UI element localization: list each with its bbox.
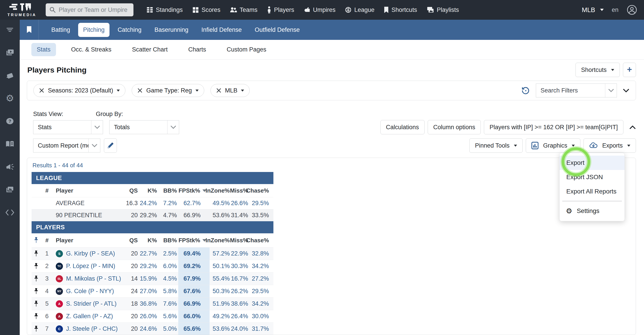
player-link[interactable]: Z. Gallen (P - AZ) — [66, 313, 113, 320]
edit-report-button[interactable] — [104, 138, 117, 153]
stat-inzone-pct[interactable]: 50.1% — [210, 260, 231, 272]
stat-miss-pct[interactable]: 26.2% — [231, 285, 250, 298]
stats-view-select[interactable]: Stats — [33, 120, 103, 134]
stat-chase-pct[interactable]: 34.2% — [250, 298, 270, 310]
stat-fpstk-pct[interactable]: 66.9% — [178, 298, 210, 310]
stat-k-pct[interactable]: 24.2% — [139, 197, 158, 209]
col-player[interactable]: Player — [52, 184, 126, 197]
stat-k-pct[interactable]: 24.6% — [139, 323, 158, 335]
calculations-button[interactable]: Calculations — [380, 120, 424, 134]
nav-scores[interactable]: Scores — [192, 6, 220, 14]
stat-fpstk-pct[interactable]: 67.9% — [178, 272, 210, 285]
tab-outfield-defense[interactable]: Outfield Defense — [250, 23, 304, 37]
remove-filter-icon[interactable] — [216, 88, 222, 93]
bookmark-page-icon[interactable] — [26, 26, 32, 33]
stat-bb-pct[interactable]: 2.5% — [158, 248, 178, 260]
help-icon[interactable]: ? — [5, 116, 14, 126]
collapse-controls-icon[interactable] — [629, 125, 636, 129]
stat-miss-pct[interactable]: 26.4% — [231, 310, 250, 322]
subtab-stats[interactable]: Stats — [31, 43, 56, 56]
pin-player-button[interactable] — [32, 298, 40, 310]
remove-filter-icon[interactable] — [39, 88, 44, 93]
stat-inzone-pct[interactable]: 51.9% — [210, 298, 231, 310]
subtab-charts[interactable]: Charts — [183, 43, 212, 56]
col-bb-pct[interactable]: BB% — [158, 184, 178, 197]
add-shortcut-button[interactable]: + — [623, 63, 636, 77]
stat-chase-pct[interactable]: 29.5% — [250, 285, 270, 298]
code-brackets-icon[interactable] — [5, 208, 14, 217]
tab-batting[interactable]: Batting — [46, 23, 75, 37]
player-link[interactable]: G. Cole (P - NYY) — [66, 288, 114, 295]
pin-player-button[interactable] — [32, 310, 40, 322]
subtab-custom-pages[interactable]: Custom Pages — [221, 43, 272, 56]
stat-k-pct[interactable]: 27.0% — [139, 285, 158, 298]
stat-fpstk-pct[interactable]: 69.2% — [178, 260, 210, 272]
player-link[interactable]: G. Kirby (P - SEA) — [66, 250, 115, 257]
col-fpstk-pct[interactable]: FPStk% — [178, 184, 210, 197]
subtab-occ-streaks[interactable]: Occ. & Streaks — [66, 43, 117, 56]
menu-item-export-all-reports[interactable]: Export All Reports — [560, 184, 624, 199]
stat-inzone-pct[interactable]: 55.4% — [210, 272, 231, 285]
tab-infield-defense[interactable]: Infield Defense — [196, 23, 246, 37]
stat-miss-pct[interactable]: 30.3% — [231, 260, 250, 272]
stat-fpstk-pct[interactable]: 66.0% — [178, 310, 210, 322]
col-chase-pct[interactable]: Chase% — [250, 184, 270, 197]
player-link[interactable]: P. López (P - MIN) — [66, 263, 115, 270]
player-link[interactable]: M. Mikolas (P - STL) — [66, 275, 121, 282]
column-options-button[interactable]: Column options — [428, 120, 481, 134]
pin-player-button[interactable] — [32, 248, 40, 260]
nav-playlists[interactable]: Playlists — [426, 6, 459, 14]
filter-chip-game-type[interactable]: Game Type: Reg — [132, 84, 204, 97]
stat-miss-pct[interactable]: 26.6% — [231, 197, 250, 209]
search-filters-select[interactable]: Search Filters — [536, 84, 617, 98]
book-icon[interactable] — [5, 139, 14, 149]
remove-filter-icon[interactable] — [137, 88, 143, 93]
col-inzone-pct[interactable]: InZone% — [210, 184, 231, 197]
subtab-scatter-chart[interactable]: Scatter Chart — [127, 43, 173, 56]
query-filter-button[interactable]: Players with [IP] >= 162 OR [IP] >= team… — [484, 120, 624, 134]
stat-inzone-pct[interactable]: 49.2% — [210, 310, 231, 322]
pinned-tools-button[interactable]: Pinned Tools — [469, 138, 523, 153]
player-link[interactable]: S. Strider (P - ATL) — [66, 300, 117, 307]
filter-lines-icon[interactable] — [5, 25, 14, 34]
tab-baserunning[interactable]: Baserunning — [150, 23, 194, 37]
stat-bb-pct[interactable]: 4.5% — [158, 272, 178, 285]
col-player[interactable]: Player — [52, 233, 126, 247]
stat-chase-pct[interactable]: 34.2% — [250, 260, 270, 272]
player-link[interactable]: J. Steele (P - CHC) — [66, 325, 118, 332]
stat-inzone-pct[interactable]: 49.5% — [210, 197, 231, 209]
filter-chip-mlb[interactable]: MLB — [210, 84, 250, 97]
col-qs[interactable]: QS — [126, 233, 139, 247]
trumedia-logo[interactable]: TRUMEDIA — [3, 2, 41, 17]
stat-inzone-pct[interactable]: 57.2% — [210, 248, 231, 260]
gear-icon[interactable]: ⚙ — [5, 94, 14, 103]
nav-standings[interactable]: Standings — [146, 6, 183, 14]
pin-player-button[interactable] — [32, 285, 40, 298]
nav-teams[interactable]: Teams — [230, 6, 258, 14]
col-k-pct[interactable]: K% — [139, 233, 158, 247]
stat-miss-pct[interactable]: 38.6% — [231, 298, 250, 310]
stat-inzone-pct[interactable]: 53.6% — [210, 323, 231, 335]
stat-chase-pct[interactable]: 27.2% — [250, 272, 270, 285]
stat-chase-pct[interactable]: 32.8% — [250, 248, 270, 260]
menu-item-export-json[interactable]: Export JSON — [560, 170, 624, 184]
whiteboard-icon[interactable] — [5, 71, 14, 80]
filter-history-icon[interactable] — [521, 86, 530, 95]
language-selector[interactable]: en — [612, 6, 618, 14]
stat-k-pct[interactable]: 22.7% — [139, 248, 158, 260]
image-stack-icon[interactable] — [5, 185, 14, 194]
stat-inzone-pct[interactable]: 50.3% — [210, 285, 231, 298]
nav-umpires[interactable]: Umpires — [304, 6, 336, 14]
stat-fpstk-pct[interactable]: 67.6% — [178, 285, 210, 298]
col-rank[interactable]: # — [40, 184, 52, 197]
pin-player-button[interactable] — [32, 323, 40, 335]
stat-miss-pct[interactable]: 22.9% — [231, 248, 250, 260]
tab-catching[interactable]: Catching — [113, 23, 146, 37]
results-summary[interactable]: Results 1 - 44 of 44 — [32, 160, 636, 172]
shortcuts-button[interactable]: Shortcuts — [576, 63, 620, 77]
stat-bb-pct[interactable]: 5.6% — [158, 310, 178, 322]
stat-k-pct[interactable]: 36.8% — [139, 298, 158, 310]
graphics-button[interactable]: Graphics — [526, 138, 580, 153]
global-search[interactable] — [46, 3, 134, 16]
filter-chip-seasons[interactable]: Seasons: 2023 (Default) — [33, 84, 126, 97]
